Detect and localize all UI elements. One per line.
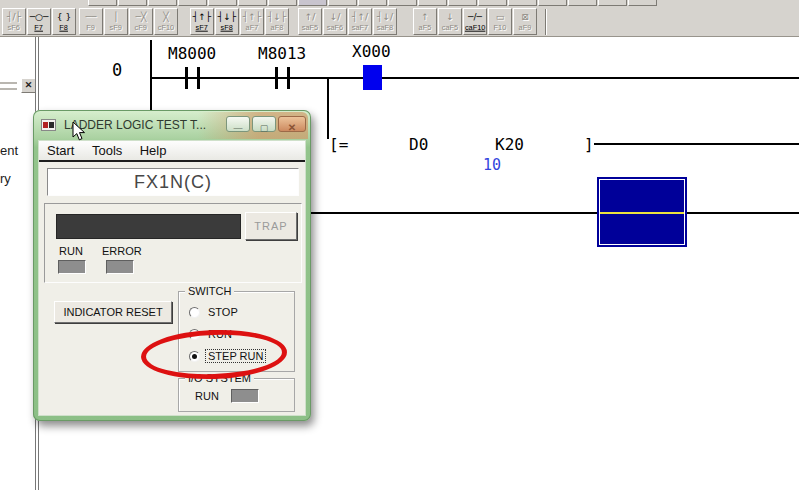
delete-block-icon: ⊠ — [521, 12, 529, 23]
maximize-icon: ▢ — [260, 123, 269, 133]
toolbar-button-falling-pulse[interactable]: ┤↓├sF8 — [215, 8, 239, 35]
left-bus-bar — [150, 40, 152, 110]
toolbar-button-coil[interactable]: ─○─F7 — [27, 8, 51, 35]
compare-operand2[interactable]: K20 — [495, 135, 524, 154]
contact-x000-label: X000 — [352, 42, 391, 61]
horizontal-line-icon: ── — [86, 12, 97, 23]
toolbar-button-parallel-rising-pulse[interactable]: ┤↑├aF7 — [240, 8, 264, 35]
led-display — [56, 214, 241, 239]
toolbar-button-rising-pulse-negated[interactable]: ↑/saF5 — [298, 8, 322, 35]
toolbar-button-down-arrow[interactable]: ↓caF5 — [438, 8, 462, 35]
compare-output-wire — [594, 143, 799, 145]
parallel-rising-negated-icon: ┤↑/ — [352, 12, 368, 23]
minimize-button[interactable]: — — [226, 116, 250, 132]
toolbar-button-delete-horizontal-line[interactable]: ─╳cF9 — [129, 8, 153, 35]
falling-pulse-icon: ┤↓├ — [218, 12, 236, 23]
trap-button[interactable]: TRAP — [245, 212, 297, 240]
close-icon: ✕ — [288, 122, 296, 133]
close-button[interactable]: ✕ — [278, 116, 306, 132]
maximize-button[interactable]: ▢ — [252, 116, 276, 132]
toolbar-button-delete-vertical-line[interactable]: ╳cF10 — [154, 8, 178, 35]
contact-m8000[interactable] — [185, 65, 201, 91]
toolbar-button-parallel-rising-negated[interactable]: ┤↑/saF7 — [348, 8, 372, 35]
parallel-falling-pulse-icon: ┤↓├ — [268, 12, 286, 23]
delete-vertical-line-icon: ╳ — [163, 12, 168, 23]
contact-m8013[interactable] — [275, 65, 291, 91]
dialog-menu-bar: Start Tools Help — [39, 141, 305, 162]
toolbar-button-parallel-falling-negated[interactable]: ┤↓/saF8 — [373, 8, 397, 35]
down-arrow-icon: ↓ — [446, 12, 454, 23]
toolbar-row-partial — [0, 0, 799, 7]
tree-item-fragment: ry — [0, 171, 20, 186]
mouse-cursor — [72, 121, 88, 143]
close-icon: ✕ — [25, 80, 33, 90]
parallel-falling-negated-icon: ┤↓/ — [377, 12, 393, 23]
menu-help[interactable]: Help — [140, 143, 167, 158]
branch-wire — [327, 77, 329, 139]
toolbar-button-falling-pulse-negated[interactable]: ↓/saF6 — [323, 8, 347, 35]
minimize-icon: — — [234, 123, 243, 133]
rising-pulse-icon: ┤↑├ — [193, 12, 211, 23]
plc-type-text: FX1N(C) — [134, 172, 212, 192]
io-system-group: I/O SYSTEM RUN — [178, 378, 295, 412]
toolbar-button-up-arrow[interactable]: ↑aF5 — [413, 8, 437, 35]
application-window: ┤/├sF6 ─○─F7 { }F8 ──F9 │sF9 ─╳cF9 ╳cF10… — [0, 0, 799, 490]
radio-stop-dot[interactable] — [189, 307, 200, 318]
monitor-value-d0: 10 — [483, 156, 501, 174]
panel-grip-handle[interactable] — [0, 82, 17, 90]
highlighted-wire-segment — [600, 212, 684, 214]
radio-stop[interactable]: STOP — [189, 306, 240, 318]
toolbar-button-parallel-nc-contact[interactable]: ┤/├sF6 — [2, 8, 26, 35]
draw-line-icon: ▭ — [496, 12, 505, 23]
toolbar-button-draw-line[interactable]: ▭F10 — [488, 8, 512, 35]
toolbar-separator — [545, 9, 547, 35]
parallel-rising-pulse-icon: ┤↑├ — [243, 12, 261, 23]
contact-m8013-label: M8013 — [258, 44, 306, 63]
tree-item-fragment: ent — [0, 143, 20, 158]
toolbar-button-delete-line[interactable]: ─/─caF10 — [463, 8, 487, 35]
io-run-label: RUN — [195, 390, 219, 402]
ladder-symbol-toolbar: ┤/├sF6 ─○─F7 { }F8 ──F9 │sF9 ─╳cF9 ╳cF10… — [0, 0, 799, 37]
compare-close-bracket: ] — [584, 135, 594, 154]
up-arrow-icon: ↑ — [421, 12, 429, 23]
panel-close-button[interactable]: ✕ — [21, 78, 36, 93]
compare-operand1[interactable]: D0 — [409, 135, 428, 154]
indicator-reset-button[interactable]: INDICATOR RESET — [54, 301, 172, 323]
application-instruction-icon: { } — [57, 12, 71, 23]
toolbar-button-delete-block[interactable]: ⊠aF9 — [513, 8, 537, 35]
run-led-label: RUN — [59, 245, 83, 257]
compare-open-bracket: [= — [329, 135, 348, 154]
delete-line-icon: ─/─ — [468, 12, 482, 23]
toolbar-button-horizontal-line[interactable]: ──F9 — [79, 8, 103, 35]
rung-wire — [150, 77, 799, 79]
contact-x000-energized[interactable] — [363, 65, 382, 90]
rung-number: 0 — [112, 60, 122, 80]
led-indicator-panel: TRAP RUN ERROR — [44, 203, 302, 283]
toolbar-button-rising-pulse[interactable]: ┤↑├sF7 — [190, 8, 214, 35]
menu-start[interactable]: Start — [47, 143, 74, 158]
switch-group-title: SWITCH — [185, 285, 234, 297]
vertical-line-icon: │ — [113, 12, 118, 23]
toolbar-button-parallel-falling-pulse[interactable]: ┤↓├aF8 — [265, 8, 289, 35]
plc-type-display: FX1N(C) — [47, 168, 299, 196]
coil-icon: ─○─ — [30, 12, 49, 23]
app-icon — [41, 119, 56, 131]
error-led — [106, 260, 134, 274]
menu-tools[interactable]: Tools — [92, 143, 122, 158]
rising-pulse-negated-icon: ↑/ — [305, 12, 316, 23]
toolbar-button-application-instruction[interactable]: { }F8 — [52, 8, 76, 35]
error-led-label: ERROR — [102, 245, 142, 257]
toolbar-button-vertical-line[interactable]: │sF9 — [104, 8, 128, 35]
run-led — [58, 260, 86, 274]
io-run-led — [231, 389, 259, 403]
falling-pulse-negated-icon: ↓/ — [330, 12, 341, 23]
delete-horizontal-line-icon: ─╳ — [136, 12, 147, 23]
contact-m8000-label: M8000 — [168, 44, 216, 63]
parallel-nc-contact-icon: ┤/├ — [7, 12, 21, 23]
